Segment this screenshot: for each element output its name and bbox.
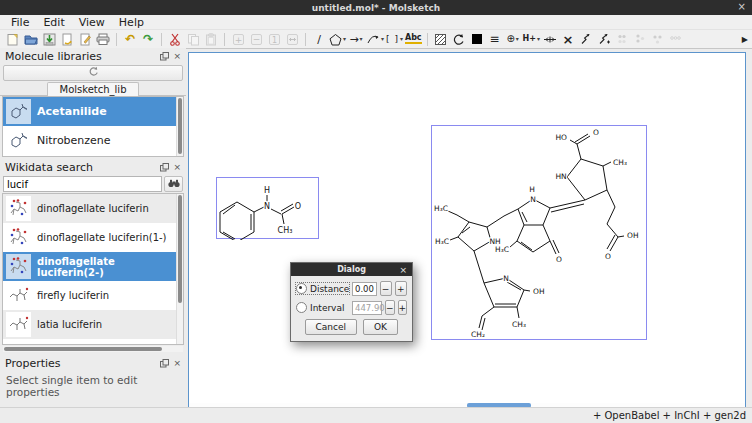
line-width-icon: ≡ — [490, 33, 500, 45]
draw-bond-button[interactable]: / — [311, 31, 327, 47]
atom-label: H₃C — [495, 245, 509, 254]
interval-decrement-button[interactable]: − — [385, 300, 395, 315]
line-width-button[interactable]: ≡ — [487, 31, 503, 47]
mechanism-tool-1-button[interactable] — [578, 31, 594, 47]
scrollbar-handle[interactable] — [178, 98, 182, 154]
dialog-titlebar[interactable]: Dialog × — [291, 263, 412, 276]
ring-tool-button[interactable]: ▾ — [329, 31, 346, 47]
wikidata-list-vertical-scrollbar[interactable] — [176, 194, 183, 344]
menu-edit[interactable]: Edit — [36, 16, 71, 29]
charge-tool-dropdown-arrow[interactable]: ▾ — [516, 36, 519, 42]
reload-library-button[interactable] — [3, 65, 183, 81]
float-panel-icon[interactable] — [160, 52, 169, 61]
drawing-canvas[interactable]: H N O CH₃ — [188, 52, 746, 409]
distance-increment-button[interactable]: + — [395, 281, 407, 296]
zoom-in-icon: + — [232, 33, 245, 46]
binoculars-icon — [168, 178, 180, 191]
hydrogen-tool-button[interactable]: H+▾ — [523, 31, 540, 47]
cut-button[interactable] — [167, 31, 183, 47]
distance-radio[interactable] — [296, 283, 307, 294]
text-tool-icon: Abc — [405, 34, 422, 44]
rotate-icon — [452, 33, 465, 46]
save-as-button[interactable] — [59, 31, 75, 47]
hatch-pattern-button[interactable] — [433, 31, 449, 47]
atom-label: O — [605, 252, 611, 261]
wikidata-search-button[interactable] — [164, 176, 183, 192]
mechanism-tool-2-button[interactable] — [596, 31, 612, 47]
new-file-button[interactable] — [5, 31, 21, 47]
atom-label: N — [264, 202, 270, 211]
wikidata-list-item-1[interactable]: dinoflagellate luciferin(1-) — [3, 223, 183, 252]
acetanilide-molecule[interactable]: H N O CH₃ — [214, 172, 322, 240]
wikidata-list-item-3[interactable]: firefly luciferin — [3, 281, 183, 310]
molecule-thumbnail — [6, 128, 31, 153]
window-close-button[interactable]: × — [738, 1, 746, 12]
rotate-button[interactable] — [451, 31, 467, 47]
cancel-button[interactable]: Cancel — [305, 319, 358, 335]
mechanism-arrow-dropdown-arrow[interactable]: ▾ — [381, 36, 384, 42]
wikidata-search-close-button[interactable]: × — [173, 162, 181, 172]
ring-tool-dropdown-arrow[interactable]: ▾ — [343, 36, 346, 42]
distance-radio-label[interactable]: Distance — [310, 284, 349, 294]
properties-close-button[interactable]: × — [173, 358, 181, 368]
wikidata-list-item-5[interactable] — [3, 339, 183, 345]
atom-label: O — [556, 255, 562, 264]
interval-increment-button[interactable]: + — [398, 300, 408, 315]
align-vertical-icon — [634, 33, 646, 45]
toolbar-separator — [224, 33, 225, 46]
library-list-vertical-scrollbar[interactable] — [176, 97, 183, 156]
menu-view[interactable]: View — [72, 16, 112, 29]
library-list-item-0[interactable]: Acetanilide — [3, 97, 183, 126]
delete-tool-button[interactable]: × — [560, 31, 576, 47]
library-list-item-1[interactable]: Nitrobenzene — [3, 126, 183, 155]
wikidata-search-title: Wikidata search — [5, 161, 156, 174]
save-button[interactable] — [41, 31, 57, 47]
ok-button[interactable]: OK — [363, 319, 398, 335]
toolbar-separator — [116, 33, 117, 46]
hydrogen-tool-dropdown-arrow[interactable]: ▾ — [537, 36, 540, 42]
text-tool-button[interactable]: Abc — [405, 31, 422, 47]
wikidata-list-item-0[interactable]: dinoflagellate luciferin — [3, 194, 183, 223]
menu-help[interactable]: Help — [112, 16, 151, 29]
toolbar-separator — [305, 33, 306, 46]
edit-export-button[interactable] — [77, 31, 93, 47]
luciferin-molecule[interactable]: HO O CH₃ HN H N H₃C H₃C NH H₃C O OH O N … — [428, 120, 649, 341]
interval-radio-label[interactable]: Interval — [310, 303, 349, 313]
adjust-hydrogens-button[interactable] — [542, 31, 558, 47]
dialog-window: Dialog × Distance 0.00 − + Interval 447.… — [290, 262, 413, 342]
print-button[interactable] — [95, 31, 111, 47]
interval-radio[interactable] — [296, 302, 307, 313]
molecule-libraries-close-button[interactable]: × — [173, 51, 181, 61]
undo-button[interactable]: ↶ — [122, 31, 138, 47]
dialog-close-button[interactable]: × — [399, 265, 407, 275]
copy-button — [185, 31, 201, 47]
charge-tool-button[interactable]: ⊕▾ — [505, 31, 521, 47]
atom-label: OH — [533, 287, 545, 296]
tab-molsketch-lib[interactable]: Molsketch_lib — [47, 82, 140, 96]
distance-decrement-button[interactable]: − — [380, 281, 392, 296]
wikidata-list-item-label: dinoflagellate luciferin(2-) — [37, 256, 183, 278]
wikidata-search-input[interactable] — [3, 176, 162, 192]
open-file-button[interactable] — [23, 31, 39, 47]
bracket-tool-dropdown-arrow[interactable]: ▾ — [400, 36, 403, 42]
color-picker-button[interactable] — [469, 31, 485, 47]
atom-label: HO — [555, 133, 567, 142]
scrollbar-handle[interactable] — [178, 195, 182, 303]
bracket-tool-button[interactable]: [ ]▾ — [386, 31, 403, 47]
wikidata-list-item-4[interactable]: latia luciferin — [3, 310, 183, 339]
wikidata-list-item-2[interactable]: dinoflagellate luciferin(2-) — [3, 252, 183, 281]
float-panel-icon[interactable] — [160, 359, 169, 368]
reaction-arrow-button[interactable]: →▾ — [348, 31, 364, 47]
reaction-arrow-dropdown-arrow[interactable]: ▾ — [360, 36, 363, 42]
distance-value-field[interactable]: 0.00 — [352, 282, 377, 296]
wikidata-horizontal-scrollbar[interactable] — [3, 346, 183, 352]
distribute-vertical-button — [668, 31, 684, 47]
redo-button[interactable]: ↷ — [140, 31, 156, 47]
menu-file[interactable]: File — [4, 16, 36, 29]
scrollbar-handle[interactable] — [4, 347, 162, 351]
mechanism-arrow-button[interactable]: ▾ — [366, 31, 384, 47]
svg-text:−: − — [252, 34, 260, 44]
float-panel-icon[interactable] — [160, 163, 169, 172]
atom-label: CH₂ — [471, 330, 485, 339]
toolbar-overflow-button[interactable]: ▶ — [742, 35, 748, 44]
